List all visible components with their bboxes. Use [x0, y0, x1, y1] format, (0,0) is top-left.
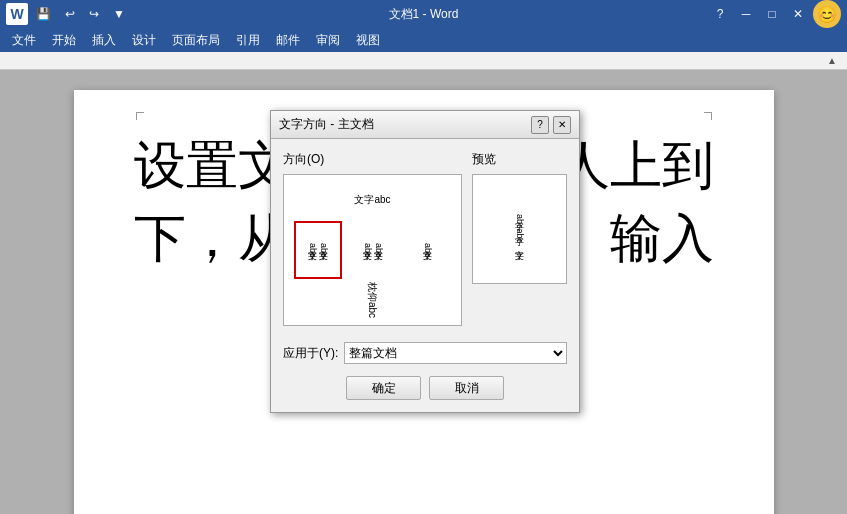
help-button[interactable]: ?: [709, 4, 731, 24]
dialog-overlay: 文字方向 - 主文档 ? ✕ 方向(O) 文字abc: [0, 70, 847, 514]
buttons-row: 确定 取消: [271, 372, 579, 412]
dialog-close-button[interactable]: ✕: [553, 116, 571, 134]
apply-row: 应用于(Y): 整篇文档 本节 所选文字: [271, 338, 579, 372]
save-icon[interactable]: 💾: [32, 5, 55, 23]
cancel-button[interactable]: 取消: [429, 376, 504, 400]
text-direction-dialog: 文字方向 - 主文档 ? ✕ 方向(O) 文字abc: [270, 110, 580, 413]
menu-mailings[interactable]: 邮件: [268, 28, 308, 52]
direction-vertical-lr[interactable]: 文字abc 文字abc: [349, 221, 397, 279]
titlebar-controls: ? ─ □ ✕ 😊: [709, 0, 841, 28]
preview-content: 字abc字abc字文: [514, 214, 526, 243]
dialog-help-button[interactable]: ?: [531, 116, 549, 134]
menu-insert[interactable]: 插入: [84, 28, 124, 52]
direction-rotated[interactable]: 枕仰abc: [292, 283, 453, 317]
avatar: 😊: [813, 0, 841, 28]
menu-home[interactable]: 开始: [44, 28, 84, 52]
restore-button[interactable]: □: [761, 4, 783, 24]
dialog-body: 方向(O) 文字abc 字文abc 字文abc: [271, 139, 579, 338]
menu-design[interactable]: 设计: [124, 28, 164, 52]
direction-vertical-rl[interactable]: 字文abc 字文abc: [294, 221, 342, 279]
direction-horizontal-text: 文字abc: [354, 194, 390, 206]
direction-vertical-mixed[interactable]: 文字abc: [404, 221, 452, 279]
direction-section-label: 方向(O): [283, 151, 462, 168]
document-area: 设置文 人上到 下，从 输入 文字方向 - 主文档 ? ✕: [0, 70, 847, 514]
apply-select[interactable]: 整篇文档 本节 所选文字: [344, 342, 567, 364]
apply-label: 应用于(Y):: [283, 345, 338, 362]
undo-icon[interactable]: ↩: [61, 5, 79, 23]
minimize-button[interactable]: ─: [735, 4, 757, 24]
menu-references[interactable]: 引用: [228, 28, 268, 52]
direction-options: 文字abc 字文abc 字文abc 文字abc 文: [283, 174, 462, 326]
menu-view[interactable]: 视图: [348, 28, 388, 52]
menu-layout[interactable]: 页面布局: [164, 28, 228, 52]
vert-text-1: 字文abc: [307, 243, 317, 258]
preview-label: 预览: [472, 151, 567, 168]
dialog-title: 文字方向 - 主文档: [279, 116, 374, 133]
direction-horizontal[interactable]: 文字abc: [292, 183, 453, 217]
menubar: 文件 开始 插入 设计 页面布局 引用 邮件 审阅 视图: [0, 28, 847, 52]
vert-mixed-text: 文字abc: [421, 243, 434, 258]
close-button[interactable]: ✕: [787, 4, 809, 24]
word-logo-icon: W: [6, 3, 28, 25]
ribbon-collapse-button[interactable]: ▲: [821, 55, 843, 66]
vert-lr-text-2: 文字abc: [374, 243, 384, 258]
titlebar: W 💾 ↩ ↪ ▼ 文档1 - Word ? ─ □ ✕ 😊: [0, 0, 847, 28]
menu-file[interactable]: 文件: [4, 28, 44, 52]
preview-panel: 预览 字abc字abc字文: [472, 151, 567, 326]
ribbon-bar: ▲: [0, 52, 847, 70]
vert-lr-text-1: 文字abc: [362, 243, 372, 258]
direction-panel: 方向(O) 文字abc 字文abc 字文abc: [283, 151, 462, 326]
preview-box: 字abc字abc字文: [472, 174, 567, 284]
vert-text-2: 字文abc: [319, 243, 329, 258]
redo-icon[interactable]: ↪: [85, 5, 103, 23]
rotated-text: 枕仰abc: [366, 282, 380, 318]
more-icon[interactable]: ▼: [109, 5, 129, 23]
menu-review[interactable]: 审阅: [308, 28, 348, 52]
titlebar-left: W 💾 ↩ ↪ ▼: [6, 3, 129, 25]
window-title: 文档1 - Word: [389, 6, 459, 23]
ok-button[interactable]: 确定: [346, 376, 421, 400]
dialog-titlebar: 文字方向 - 主文档 ? ✕: [271, 111, 579, 139]
quick-access-toolbar: 💾 ↩ ↪ ▼: [32, 5, 129, 23]
dialog-controls: ? ✕: [531, 116, 571, 134]
